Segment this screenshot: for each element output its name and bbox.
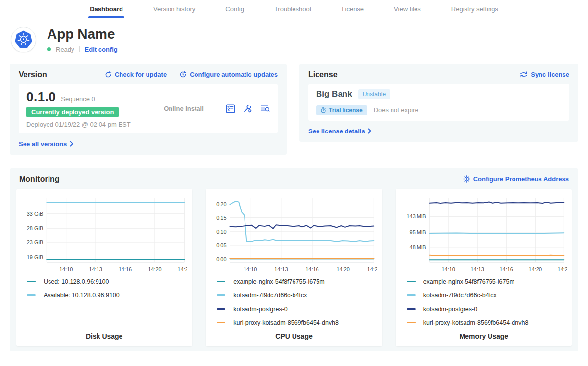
sync-license-link[interactable]: Sync license — [520, 71, 569, 78]
configure-auto-updates-label: Configure automatic updates — [190, 71, 278, 78]
y-tick-label: 0.15 — [217, 214, 227, 220]
x-tick-label: 14:10 — [441, 266, 455, 272]
cpu-usage-plot: 0.000.050.100.150.2014:1014:1314:1614:20… — [211, 194, 377, 276]
license-title: License — [308, 70, 338, 79]
legend-item: kurl-proxy-kotsadm-8569fb6454-dnvh8 — [217, 319, 377, 326]
kubernetes-icon — [13, 29, 34, 51]
legend-item: kotsadm-7f9dc7d66c-b4tcx — [217, 292, 377, 299]
legend-swatch — [217, 308, 225, 310]
configure-auto-updates-link[interactable]: Configure automatic updates — [179, 71, 278, 78]
y-tick-label: 19 GiB — [27, 254, 44, 260]
sync-license-label: Sync license — [531, 71, 569, 78]
legend-swatch — [407, 281, 416, 282]
legend-label: kurl-proxy-kotsadm-8569fb6454-dnvh8 — [233, 319, 339, 326]
legend-label: kotsadm-7f9dc7d66c-b4tcx — [423, 292, 497, 299]
legend-item: kotsadm-postgres-0 — [407, 306, 567, 313]
x-tick-label: 14:10 — [59, 266, 73, 272]
status-text: Ready — [56, 46, 74, 53]
preflight-checks-icon[interactable] — [226, 104, 235, 113]
line-chart: 19 GiB23 GiB28 GiB33 GiB14:1014:1314:161… — [21, 194, 187, 274]
monitoring-head: Monitoring Con — [16, 174, 572, 189]
configure-prometheus-link[interactable]: Configure Prometheus Address — [463, 175, 569, 183]
legend-item: Used: 10.128.0.96:9100 — [27, 278, 187, 285]
legend-swatch — [217, 322, 225, 323]
view-diff-icon[interactable] — [260, 104, 270, 113]
legend-swatch — [217, 281, 225, 282]
gear-icon — [463, 175, 470, 183]
trial-license-label: Trial license — [329, 107, 363, 114]
see-license-details-link[interactable]: See license details — [308, 128, 372, 135]
disk-usage-legend: Used: 10.128.0.96:9100Available: 10.128.… — [27, 278, 187, 299]
expiration-text: Does not expire — [374, 106, 418, 114]
tab-registry-settings[interactable]: Registry settings — [450, 0, 500, 18]
cards-row: Version Check for update — [10, 64, 578, 155]
x-tick-label: 14:16 — [499, 266, 513, 272]
disk-usage-plot: 19 GiB23 GiB28 GiB33 GiB14:1014:1314:161… — [21, 194, 187, 276]
line-chart: 48 MiB95 MiB143 MiB14:1014:1314:1614:201… — [401, 194, 567, 274]
status-dot — [47, 47, 51, 51]
license-card-head: License Sync license — [308, 70, 569, 79]
y-tick-label: 0.10 — [217, 229, 227, 235]
x-tick-label: 14:23 — [557, 266, 567, 272]
legend-item: kurl-proxy-kotsadm-8569fb6454-dnvh8 — [407, 319, 567, 326]
tab-view-files[interactable]: View files — [392, 0, 422, 18]
y-tick-label: 0.00 — [217, 256, 227, 262]
tab-dashboard[interactable]: Dashboard — [88, 0, 124, 18]
see-all-versions-link[interactable]: See all versions — [19, 140, 74, 148]
y-tick-label: 143 MiB — [406, 213, 426, 219]
configure-prometheus-label: Configure Prometheus Address — [473, 175, 569, 183]
cpu-usage-legend: example-nginx-54f8f76755-l675mkotsadm-7f… — [217, 278, 377, 326]
version-title: Version — [19, 70, 47, 79]
chevron-right-icon — [70, 141, 74, 147]
charts-row: 19 GiB23 GiB28 GiB33 GiB14:1014:1314:161… — [16, 189, 572, 346]
x-tick-label: 14:23 — [368, 266, 377, 272]
legend-swatch — [27, 294, 36, 296]
y-tick-label: 23 GiB — [27, 239, 44, 245]
legend-label: kotsadm-7f9dc7d66c-b4tcx — [233, 292, 307, 299]
main-content: App Name Ready Edit config Version — [0, 27, 588, 351]
legend-label: Available: 10.128.0.96:9100 — [44, 292, 120, 299]
tab-troubleshoot[interactable]: Troubleshoot — [273, 0, 313, 18]
x-tick-label: 14:13 — [89, 266, 102, 272]
memory-usage-title: Memory Usage — [401, 326, 567, 342]
version-card: Version Check for update — [10, 64, 287, 155]
stopwatch-icon — [320, 107, 326, 113]
y-tick-label: 0.05 — [217, 242, 227, 248]
version-actions — [226, 104, 270, 113]
series-line — [429, 255, 564, 256]
monitoring-title: Monitoring — [19, 175, 60, 183]
monitoring-panel: Monitoring Con — [10, 168, 578, 351]
cpu-usage-title: CPU Usage — [211, 326, 377, 342]
edit-config-link[interactable]: Edit config — [85, 46, 118, 53]
version-number: 0.1.0 — [26, 89, 56, 105]
x-tick-label: 14:20 — [148, 266, 161, 272]
license-card: License Sync license — [299, 64, 578, 142]
chevron-right-icon — [368, 128, 372, 134]
tab-license[interactable]: License — [340, 0, 365, 18]
see-license-details-label: See license details — [308, 128, 365, 135]
x-tick-label: 14:16 — [306, 266, 319, 272]
see-all-versions-label: See all versions — [19, 140, 67, 148]
tab-config[interactable]: Config — [224, 0, 245, 18]
clock-refresh-icon — [179, 71, 187, 78]
app-header: App Name Ready Edit config — [11, 27, 578, 53]
disk-usage-title: Disk Usage — [21, 326, 187, 342]
legend-item: Available: 10.128.0.96:9100 — [27, 292, 187, 299]
tab-version-history[interactable]: Version history — [152, 0, 196, 18]
check-for-update-link[interactable]: Check for update — [105, 71, 167, 78]
config-wrench-icon[interactable] — [243, 104, 252, 113]
series-line — [429, 202, 564, 203]
app-logo — [11, 27, 36, 52]
version-info: 0.1.0 Sequence 0 Currently deployed vers… — [26, 89, 142, 128]
series-line — [230, 201, 374, 242]
app-name: App Name — [47, 27, 118, 42]
kots-dashboard-page: DashboardVersion historyConfigTroublesho… — [0, 0, 588, 366]
series-line — [230, 225, 374, 228]
license-info-card: Big Bank Unstable Trial license — [308, 84, 569, 121]
legend-swatch — [27, 281, 36, 282]
top-nav: DashboardVersion historyConfigTroublesho… — [0, 0, 588, 18]
legend-item: kotsadm-postgres-0 — [217, 306, 377, 313]
check-for-update-label: Check for update — [115, 71, 167, 78]
see-all-versions-row: See all versions — [19, 139, 278, 148]
channel-badge: Unstable — [358, 89, 390, 99]
